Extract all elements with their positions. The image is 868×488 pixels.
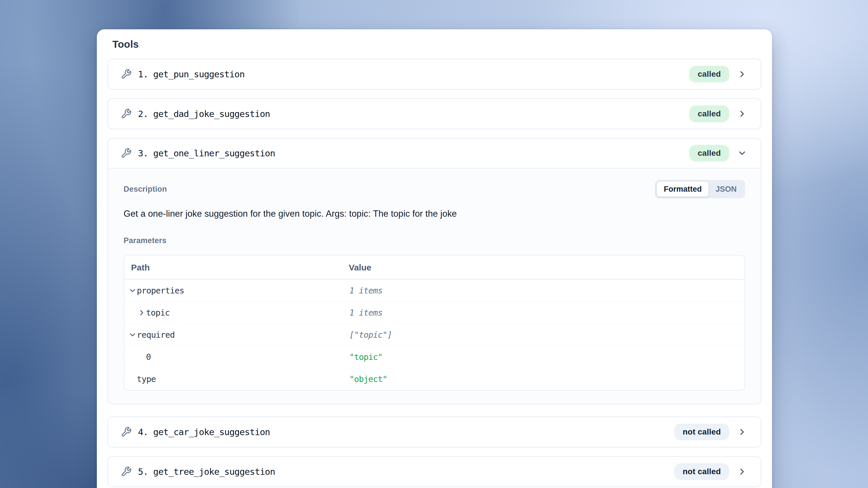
chevron-right-icon[interactable] (737, 109, 747, 119)
tool-card: 2. get_dad_joke_suggestion called (107, 98, 762, 129)
tool-card-expanded: 3. get_one_liner_suggestion called Descr… (107, 138, 762, 404)
status-badge: called (689, 105, 729, 122)
tool-name: 5. get_tree_joke_suggestion (138, 466, 674, 477)
param-value: ["topic"] (349, 330, 392, 340)
tool-row[interactable]: 4. get_car_joke_suggestion not called (108, 417, 761, 447)
param-key: topic (146, 308, 169, 317)
wrench-icon (121, 108, 132, 119)
tool-card: 5. get_tree_joke_suggestion not called (107, 456, 762, 487)
parameters-label: Parameters (124, 236, 745, 245)
wrench-icon (121, 427, 132, 437)
tool-row[interactable]: 1. get_pun_suggestion called (108, 59, 761, 89)
tool-card: 4. get_car_joke_suggestion not called (107, 417, 762, 448)
param-key: properties (137, 286, 184, 296)
chevron-right-icon[interactable] (737, 69, 747, 79)
page-title: Tools (113, 38, 762, 50)
tool-row[interactable]: 2. get_dad_joke_suggestion called (108, 99, 761, 129)
view-toggle: Formatted JSON (655, 180, 745, 198)
tool-name: 3. get_one_liner_suggestion (138, 148, 689, 158)
wrench-icon (121, 466, 132, 477)
tool-detail: Description Formatted JSON Get a one-lin… (108, 169, 761, 404)
param-value: "topic" (349, 352, 382, 362)
wrench-icon (121, 69, 132, 80)
status-badge: called (689, 66, 729, 83)
tool-name: 2. get_dad_joke_suggestion (138, 109, 689, 119)
chevron-down-icon[interactable] (737, 148, 747, 158)
param-value: 1 items (349, 286, 382, 296)
parameters-table: Path Value properties 1 items (124, 255, 745, 391)
table-row: properties 1 items (124, 280, 745, 302)
chevron-right-icon[interactable] (137, 308, 146, 317)
table-row: 0 "topic" (124, 346, 745, 368)
tool-row[interactable]: 3. get_one_liner_suggestion called (108, 139, 761, 169)
chevron-down-icon[interactable] (128, 331, 137, 339)
param-value: "object" (349, 374, 388, 384)
toggle-json[interactable]: JSON (709, 182, 744, 196)
chevron-right-icon[interactable] (737, 427, 747, 437)
toggle-formatted[interactable]: Formatted (657, 182, 709, 196)
column-header-path: Path (124, 255, 349, 279)
tool-name: 1. get_pun_suggestion (138, 69, 689, 79)
table-row: topic 1 items (124, 302, 745, 324)
param-key: 0 (146, 352, 151, 362)
table-row: type "object" (124, 368, 745, 390)
tools-panel: Tools 1. get_pun_suggestion called 2. ge… (97, 29, 772, 488)
description-label: Description (124, 185, 167, 194)
status-badge: called (689, 145, 729, 161)
tool-card: 1. get_pun_suggestion called (107, 59, 762, 90)
status-badge: not called (674, 463, 729, 480)
param-key: required (137, 330, 175, 340)
tool-row[interactable]: 5. get_tree_joke_suggestion not called (108, 457, 761, 487)
table-row: required ["topic"] (124, 324, 745, 346)
chevron-spacer (137, 353, 146, 361)
tool-name: 4. get_car_joke_suggestion (138, 427, 674, 437)
wrench-icon (121, 148, 132, 159)
description-text: Get a one-liner joke suggestion for the … (124, 209, 745, 219)
param-key: type (137, 374, 156, 384)
param-value: 1 items (349, 308, 382, 317)
chevron-down-icon[interactable] (128, 286, 137, 295)
status-badge: not called (674, 424, 729, 440)
column-header-value: Value (349, 255, 745, 279)
chevron-spacer (128, 375, 137, 384)
chevron-right-icon[interactable] (737, 467, 747, 477)
